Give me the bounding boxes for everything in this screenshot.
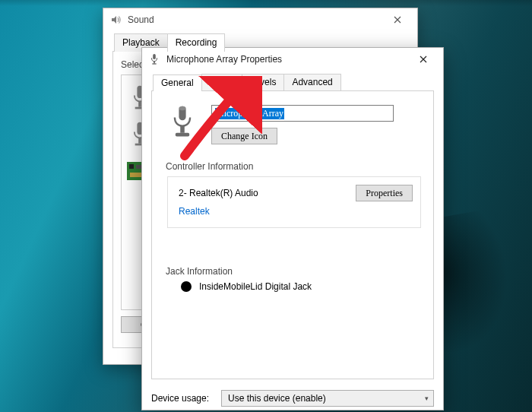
properties-close-button[interactable]: [408, 49, 439, 69]
sound-close-button[interactable]: [382, 10, 413, 30]
svg-rect-12: [152, 63, 156, 64]
sound-titlebar[interactable]: Sound: [103, 8, 417, 31]
microphone-icon: [148, 53, 160, 65]
speaker-icon: [109, 14, 122, 26]
controller-name: 2- Realtek(R) Audio: [179, 188, 258, 198]
device-usage-label: Device usage:: [151, 393, 209, 404]
jack-info-label: Jack Information: [166, 266, 421, 277]
tab-general[interactable]: General: [153, 74, 202, 91]
change-icon-button[interactable]: Change Icon: [211, 128, 277, 144]
tab-advanced[interactable]: Advanced: [283, 74, 340, 90]
device-large-icon: [167, 105, 198, 140]
chevron-down-icon: ▾: [425, 395, 429, 402]
tab-levels[interactable]: Levels: [242, 74, 285, 90]
controller-vendor-link[interactable]: Realtek: [179, 206, 413, 217]
microphone-properties-window: Microphone Array Properties General List…: [141, 47, 444, 410]
svg-point-14: [179, 106, 185, 111]
jack-color-dot-icon: [181, 281, 192, 292]
svg-rect-10: [153, 54, 156, 59]
tab-recording[interactable]: Recording: [167, 33, 226, 52]
controller-info-group: 2- Realtek(R) Audio Properties Realtek: [167, 176, 421, 228]
svg-rect-11: [154, 62, 155, 64]
device-usage-select[interactable]: Use this device (enable) ▾: [221, 390, 434, 407]
properties-title: Microphone Array Properties: [166, 54, 408, 65]
controller-info-label: Controller Information: [166, 161, 421, 172]
sound-title: Sound: [128, 14, 382, 25]
jack-info-row: InsideMobileLid Digital Jack: [181, 281, 421, 292]
svg-rect-7: [129, 164, 134, 169]
jack-name: InsideMobileLid Digital Jack: [199, 281, 312, 292]
tab-listen[interactable]: Listen: [201, 74, 242, 90]
device-name-input[interactable]: Microphone Array: [211, 105, 394, 122]
tab-panel-general: Microphone Array Change Icon Controller …: [151, 90, 434, 379]
device-name-text: Microphone Array: [215, 108, 284, 119]
device-usage-value: Use this device (enable): [228, 393, 326, 404]
properties-tabs: General Listen Levels Advanced: [151, 74, 434, 90]
properties-footer: OK Cancel Apply: [142, 407, 443, 412]
svg-rect-15: [180, 126, 185, 133]
svg-rect-16: [176, 133, 189, 137]
controller-properties-button[interactable]: Properties: [356, 185, 413, 201]
